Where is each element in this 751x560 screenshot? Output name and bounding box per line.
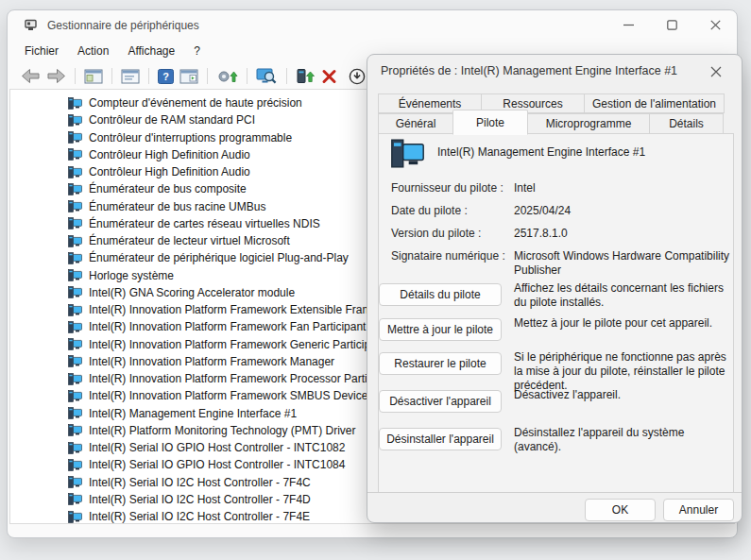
device-icon	[68, 166, 82, 178]
details-du-pilote-button[interactable]: Détails du pilote	[379, 283, 502, 306]
tree-item-label: Intel(R) Management Engine Interface #1	[89, 407, 297, 420]
title-bar: Gestionnaire de périphériques	[8, 10, 737, 40]
desactiver-l-appareil-button[interactable]: Désactiver l'appareil	[379, 390, 502, 413]
tree-item-label: Intel(R) Innovation Platform Framework G…	[89, 338, 370, 351]
info-value-date-du-pilote: 2025/04/24	[514, 204, 733, 218]
tab-details[interactable]: Détails	[649, 113, 724, 134]
tree-item-label: Contrôleur High Definition Audio	[89, 165, 250, 178]
svg-text:?: ?	[162, 71, 169, 82]
back-icon[interactable]	[18, 67, 43, 85]
minimize-button[interactable]	[606, 10, 650, 40]
show-console-tree-icon[interactable]	[81, 68, 106, 85]
mettre-a-jour-le-pilote-button[interactable]: Mettre à jour le pilote	[379, 318, 502, 341]
tree-item-label: Intel(R) Serial IO GPIO Host Controller …	[89, 441, 345, 454]
toolbar-separator	[75, 68, 76, 84]
scan-hardware-changes-icon[interactable]	[253, 67, 281, 86]
update-driver-icon[interactable]	[213, 67, 241, 86]
tab-row-1: ÉvénementsRessourcesGestion de l'aliment…	[378, 93, 724, 113]
device-icon	[68, 114, 82, 127]
info-value-signataire-numerique: Microsoft Windows Hardware Compatibility…	[514, 249, 733, 278]
menu-affichage[interactable]: Affichage	[118, 42, 184, 60]
device-icon	[68, 459, 82, 471]
toolbar-separator	[247, 68, 247, 84]
desinstaller-l-appareil-description: Désinstallez l'appareil du système (avan…	[514, 426, 734, 454]
tree-item-label: Intel(R) Serial IO I2C Host Controller -…	[89, 476, 311, 489]
footer-divider	[367, 492, 742, 493]
toolbar-separator	[111, 68, 112, 84]
maximize-button[interactable]	[650, 10, 693, 40]
device-icon	[68, 183, 82, 195]
device-icon	[68, 390, 82, 402]
tree-item-label: Intel(R) Innovation Platform Framework S…	[89, 389, 367, 402]
show-action-pane-icon[interactable]	[177, 68, 201, 85]
device-icon	[68, 442, 82, 454]
device-icon	[68, 269, 82, 281]
window-title: Gestionnaire de périphériques	[47, 19, 199, 32]
desactiver-l-appareil-description: Désactivez l'appareil.	[514, 388, 734, 402]
tab-microprogramme[interactable]: Microprogramme	[527, 113, 650, 134]
device-icon	[68, 286, 82, 298]
info-label-version-du-pilote: Version du pilote :	[391, 227, 481, 240]
device-icon	[68, 148, 82, 161]
tree-item-label: Intel(R) Serial IO GPIO Host Controller …	[89, 458, 345, 471]
device-icon-large	[390, 139, 425, 172]
tree-item-label: Énumérateur de périphérique logiciel Plu…	[89, 251, 349, 264]
device-icon	[68, 407, 82, 419]
device-icon	[68, 252, 82, 264]
tab-gestion-de-l-alimentation[interactable]: Gestion de l'alimentation	[584, 93, 725, 113]
tree-item-label: Intel(R) Serial IO I2C Host Controller -…	[89, 493, 311, 506]
tab-pilote[interactable]: Pilote	[452, 110, 528, 135]
help-icon[interactable]: ?	[155, 68, 177, 85]
ok-button[interactable]: OK	[585, 499, 656, 521]
tree-item-label: Contrôleur de RAM standard PCI	[89, 113, 255, 127]
tree-item-label: Intel(R) Serial IO I2C Host Controller -…	[89, 510, 310, 523]
device-name: Intel(R) Management Engine Interface #1	[437, 145, 645, 159]
device-icon	[68, 476, 82, 488]
toolbar-separator	[286, 68, 287, 84]
tab-general[interactable]: Général	[378, 113, 453, 134]
info-label-date-du-pilote: Date du pilote :	[391, 204, 468, 217]
device-icon	[68, 200, 82, 212]
properties-icon[interactable]	[118, 68, 143, 85]
dialog-title: Propriétés de : Intel(R) Management Engi…	[381, 64, 694, 77]
device-icon	[68, 424, 82, 436]
tree-item-label: Intel(R) GNA Scoring Accelerator module	[89, 286, 295, 299]
forward-icon[interactable]	[43, 67, 69, 85]
uninstall-device-icon[interactable]	[318, 68, 340, 85]
menu-fichier[interactable]: Fichier	[15, 42, 68, 60]
properties-dialog: Propriétés de : Intel(R) Management Engi…	[367, 54, 742, 523]
device-icon	[68, 217, 82, 229]
mettre-a-jour-le-pilote-description: Mettez à jour le pilote pour cet apparei…	[514, 316, 734, 331]
add-driver-icon[interactable]	[293, 67, 318, 86]
toolbar-separator	[207, 68, 208, 84]
tree-item-label: Énumérateur de bus composite	[89, 182, 247, 195]
restaurer-le-pilote-button[interactable]: Restaurer le pilote	[379, 352, 502, 375]
device-icon	[68, 373, 82, 385]
device-icon	[68, 338, 82, 350]
tree-item-label: Énumérateur de cartes réseau virtuelles …	[89, 217, 320, 230]
menu-action[interactable]: Action	[68, 42, 118, 60]
tree-item-label: Intel(R) Innovation Platform Framework M…	[89, 355, 334, 368]
menu-item[interactable]: ?	[184, 42, 210, 60]
tree-item-label: Intel(R) Innovation Platform Framework P…	[89, 372, 367, 385]
info-value-fournisseur-du-pilote: Intel	[514, 181, 733, 195]
desktop-background: Gestionnaire de périphériques FichierAct…	[0, 0, 751, 560]
tree-item-label: Intel(R) Innovation Platform Framework F…	[89, 320, 366, 333]
disable-device-icon[interactable]	[346, 67, 368, 86]
device-icon	[68, 97, 82, 110]
device-icon	[68, 131, 82, 144]
dialog-close-icon[interactable]	[700, 60, 732, 83]
info-label-fournisseur-du-pilote: Fournisseur du pilote :	[391, 181, 504, 195]
device-icon	[68, 493, 82, 505]
desinstaller-l-appareil-button[interactable]: Désinstaller l'appareil	[379, 428, 502, 450]
toolbar-separator	[148, 68, 149, 84]
cancel-button[interactable]: Annuler	[663, 499, 734, 521]
close-button[interactable]	[693, 10, 737, 40]
tree-item-label: Intel(R) Innovation Platform Framework E…	[89, 303, 371, 316]
tree-item-label: Énumérateur de bus racine UMBus	[89, 200, 265, 213]
tree-item-label: Énumérateur de lecteur virtuel Microsoft	[89, 234, 290, 247]
tree-item-label: Intel(R) Platform Monitoring Technology …	[89, 424, 356, 437]
device-icon	[68, 511, 82, 523]
tab-row-2: GénéralPiloteMicroprogrammeDétails	[378, 113, 723, 135]
info-value-version-du-pilote: 2517.8.1.0	[514, 227, 733, 241]
